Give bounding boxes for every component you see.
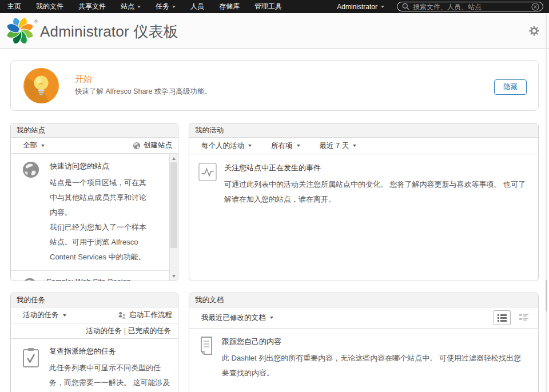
my-sites-header: 我的站点 [11, 123, 178, 138]
my-tasks-dashlet: 我的任务 活动的任务 启动工作流程 活动的任务 | 已完成的任务 复查指派给您的… [10, 293, 178, 392]
nav-tasks-menu[interactable]: 任务 [148, 0, 183, 13]
caret-down-icon [41, 145, 45, 147]
caret-down-icon [381, 6, 384, 8]
tasks-empty-paragraph: 此任务列表中可显示不同类型的任务，而您需要一一解决。 这可能涉及复查文档，也可能… [49, 361, 172, 392]
search-input[interactable] [413, 3, 528, 11]
start-workflow-link[interactable]: 启动工作流程 [118, 310, 172, 320]
activity-pulse-icon [198, 163, 217, 207]
page-scrollbar[interactable] [546, 13, 547, 392]
activities-empty-state: 关注您站点中正在发生的事件 可通过此列表中的活动关注您所属站点中的变化。 您将了… [189, 154, 538, 207]
nav-my-files[interactable]: 我的文件 [29, 0, 71, 13]
sites-empty-text: 快速访问您的站点 站点是一个项目区域，可在其中与其他站点成员共享和讨论内容。 我… [50, 161, 153, 265]
my-sites-body: 快速访问您的站点 站点是一个项目区域，可在其中与其他站点成员共享和讨论内容。 我… [11, 154, 178, 281]
search-icon [402, 3, 409, 10]
tasks-link-separator: | [122, 327, 128, 335]
my-activities-dashlet: 我的活动 每个人的活动 所有项 最近 7 天 关注您站点中正在发生的事件 可通过… [189, 123, 539, 281]
top-navigation-bar: 主页 我的文件 共享文件 站点 任务 人员 存储库 管理工具 Administr… [0, 0, 549, 13]
tasks-empty-title: 复查指派给您的任务 [49, 346, 172, 357]
sites-filter-dropdown[interactable]: 全部 [23, 141, 45, 150]
user-menu[interactable]: Administrator [331, 3, 390, 11]
activities-user-filter-dropdown[interactable]: 每个人的活动 [201, 141, 252, 151]
caret-down-icon [270, 317, 273, 319]
documents-empty-state: 跟踪您自己的内容 此 Dashlet 列出您的所有重要内容，无论这些内容在哪个站… [189, 329, 538, 381]
sites-empty-paragraph-1: 站点是一个项目区域，可在其中与其他站点成员共享和讨论内容。 [50, 175, 153, 220]
scrollbar-thumb[interactable] [170, 162, 177, 248]
caret-down-icon [63, 314, 66, 317]
hide-button[interactable]: 隐藏 [494, 79, 527, 95]
page-scrollbar-thumb[interactable] [546, 280, 547, 311]
site-name-link[interactable]: Sample: Web Site Design Project [46, 277, 149, 281]
nav-sites-menu[interactable]: 站点 [113, 0, 148, 13]
gear-icon[interactable] [529, 26, 539, 38]
documents-filter-dropdown[interactable]: 我最近已修改的文档 [201, 313, 273, 323]
documents-empty-paragraph: 此 Dashlet 列出您的所有重要内容，无论这些内容在哪个站点中。 可使用过滤… [222, 351, 527, 381]
my-tasks-header: 我的任务 [11, 293, 178, 307]
app-header: ® Administrator 仪表板 [0, 13, 549, 49]
globe-icon [22, 161, 39, 265]
my-documents-toolbar: 我最近已修改的文档 [189, 307, 538, 329]
document-icon [199, 337, 214, 381]
get-started-title: 开始 [75, 74, 92, 85]
tasks-empty-state: 复查指派给您的任务 此任务列表中可显示不同类型的任务，而您需要一一解决。 这可能… [11, 339, 178, 392]
my-documents-dashlet: 我的文档 我最近已修改的文档 跟踪您自己的内容 此 Dashlet 列出您的所有… [189, 293, 539, 392]
caret-down-icon [297, 145, 300, 147]
lightbulb-icon [23, 67, 59, 104]
my-sites-toolbar: 全部 创建站点 [11, 138, 178, 154]
caret-down-icon [248, 145, 252, 147]
create-site-icon [133, 142, 141, 150]
my-sites-dashlet: 我的站点 全部 创建站点 快速访问您的站点 站点是一个项目区域，可在其中与其他站… [10, 123, 178, 281]
alfresco-logo-icon: ® [7, 18, 39, 45]
scroll-up-icon[interactable] [170, 154, 178, 162]
tasks-links-bar: 活动的任务 | 已完成的任务 [11, 323, 178, 339]
clear-search-icon[interactable] [531, 3, 539, 11]
my-documents-header: 我的文档 [189, 293, 538, 307]
completed-tasks-link[interactable]: 已完成的任务 [128, 326, 171, 336]
registered-mark: ® [34, 19, 38, 25]
site-item-text: Sample: Web Site Design Project This is … [46, 277, 149, 281]
site-globe-icon [22, 278, 37, 281]
get-started-panel: 开始 快速了解 Alfresco Share 或学习高级功能。 隐藏 [10, 60, 539, 111]
start-workflow-icon [118, 311, 126, 319]
global-search [397, 2, 543, 11]
sites-scrollbar[interactable] [169, 154, 178, 281]
simple-view-icon[interactable] [494, 310, 511, 325]
activities-range-filter-dropdown[interactable]: 最近 7 天 [320, 141, 356, 151]
tasks-empty-text: 复查指派给您的任务 此任务列表中可显示不同类型的任务，而您需要一一解决。 这可能… [49, 346, 172, 392]
activities-empty-text: 关注您站点中正在发生的事件 可通过此列表中的活动关注您所属站点中的变化。 您将了… [224, 163, 527, 207]
documents-empty-title: 跟踪您自己的内容 [222, 337, 527, 347]
my-activities-header: 我的活动 [189, 123, 538, 138]
scroll-down-icon[interactable] [170, 272, 178, 280]
page-title: Administrator 仪表板 [40, 22, 178, 42]
sites-empty-paragraph-2: 我们已经为您加入了一个样本站点。可用于浏览 Alfresco Content S… [50, 220, 153, 265]
documents-empty-text: 跟踪您自己的内容 此 Dashlet 列出您的所有重要内容，无论这些内容在哪个站… [222, 337, 527, 381]
create-site-link[interactable]: 创建站点 [133, 141, 172, 150]
my-activities-toolbar: 每个人的活动 所有项 最近 7 天 [189, 138, 538, 154]
nav-repository[interactable]: 存储库 [212, 0, 247, 13]
get-started-description: 快速了解 Alfresco Share 或学习高级功能。 [75, 87, 212, 97]
activities-type-filter-dropdown[interactable]: 所有项 [271, 141, 300, 151]
nav-shared-files[interactable]: 共享文件 [71, 0, 113, 13]
activities-empty-title: 关注您站点中正在发生的事件 [224, 163, 527, 173]
caret-down-icon [172, 6, 176, 8]
sites-empty-title: 快速访问您的站点 [50, 161, 153, 171]
clipboard-check-icon [22, 347, 39, 392]
caret-down-icon [353, 145, 356, 147]
sites-empty-state: 快速访问您的站点 站点是一个项目区域，可在其中与其他站点成员共享和讨论内容。 我… [11, 154, 178, 270]
caret-down-icon [137, 6, 141, 8]
detailed-view-icon[interactable] [515, 310, 532, 325]
nav-people[interactable]: 人员 [183, 0, 212, 13]
nav-home[interactable]: 主页 [0, 0, 29, 13]
nav-admin-tools[interactable]: 管理工具 [247, 0, 289, 13]
activities-empty-paragraph: 可通过此列表中的活动关注您所属站点中的变化。 您将了解内容更新与喜欢等事项。 也… [224, 177, 527, 207]
site-list-item[interactable]: Sample: Web Site Design Project This is … [11, 270, 169, 281]
my-tasks-toolbar: 活动的任务 启动工作流程 [11, 307, 178, 323]
active-tasks-link[interactable]: 活动的任务 [86, 326, 122, 336]
tasks-filter-dropdown[interactable]: 活动的任务 [23, 310, 66, 320]
